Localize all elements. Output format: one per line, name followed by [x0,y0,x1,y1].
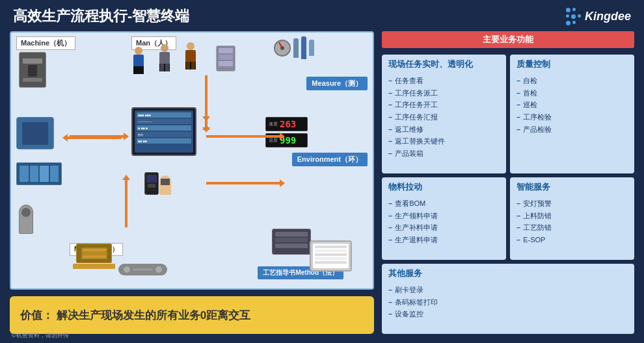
arrow-material-up [125,179,127,227]
right-panel: 主要业务功能 现场任务实时、透明化 任务查看 工序任务派工 工序任务开工 工序任… [382,31,634,334]
tablet-device: ■■■ ■■■ ────── ■ ■■ ■ 数据 ■■ ■■ [131,107,196,156]
onsite-section: 现场任务实时、透明化 任务查看 工序任务派工 工序任务开工 工序任务汇报 返工维… [382,55,506,173]
human-figure-1 [133,47,144,74]
logo-dot [571,14,576,19]
onsite-title: 现场任务实时、透明化 [388,58,500,71]
quality-item-3: 巡检 [517,99,628,111]
logo-icon [566,8,581,25]
human-figure-3 [185,42,196,70]
measure-label: Measure（测） [306,77,368,90]
quality-item-1: 自检 [517,75,628,87]
logo-dot [572,8,576,11]
quality-title: 质量控制 [517,58,628,71]
logo-dot [578,14,581,18]
onsite-item-6: 返工替换关键件 [388,135,500,147]
display-board: 速度 263 温度 999 [265,117,308,172]
measure-devices [274,36,314,59]
material-item-3: 生产补料申请 [388,222,500,234]
material-section: 物料拉动 查看BOM 生产领料申请 生产补料申请 生产退料申请 [382,177,506,260]
page-title: 高效生产流程执行-智慧终端 [13,6,189,26]
smart-title: 智能服务 [517,181,628,194]
human-figure-2 [159,44,170,71]
arrow-left [66,136,122,139]
features-grid: 现场任务实时、透明化 任务查看 工序任务派工 工序任务开工 工序任务汇报 返工维… [382,55,634,334]
onsite-item-7: 产品装箱 [388,147,500,160]
material-title: 物料拉动 [388,181,500,194]
other-title: 其他服务 [388,268,628,281]
board-number-1: 263 [280,119,296,129]
onsite-item-1: 任务查看 [388,75,500,87]
smart-item-2: 上料防错 [517,210,628,222]
material-item-2: 生产领料申请 [388,210,500,222]
value-text: 价值： 解决生产现场发生的所有业务0距离交互 [20,308,250,323]
smart-item-1: 安灯预警 [517,197,628,210]
barcode-scanner-icon [144,172,159,195]
arrow-to-measure [206,135,281,138]
logo-text: Kingdee [585,10,631,23]
smart-item-4: E-SOP [517,234,628,246]
other-item-1: 刷卡登录 [388,284,628,296]
smart-item-3: 工艺防错 [517,222,628,234]
logo-dot [572,21,576,24]
sensor-icon [19,205,33,234]
logo-dot [566,21,570,25]
onsite-item-2: 工序任务派工 [388,87,500,99]
tablet-screen: ■■■ ■■■ ────── ■ ■■ ■ 数据 ■■ ■■ [135,110,193,153]
method-tablet-icon [310,240,352,272]
quality-item-2: 首检 [517,87,628,99]
arrow-man-down [205,75,208,118]
onsite-item-4: 工序任务汇报 [388,111,500,123]
diagram-box: Machine（机） Man（人） Material（料） Measure（测）… [10,31,374,290]
cnc-machine-icon [16,117,54,149]
value-banner: 价值： 解决生产现场发生的所有业务0距离交互 [10,296,374,334]
panel-header: 主要业务功能 [382,31,634,48]
logo-area: Kingdee [566,8,631,25]
material-box-icon [76,244,115,269]
barcode-reader-icon [159,175,171,195]
onsite-item-3: 工序任务开工 [388,99,500,111]
machine-label: Machine（机） [16,36,75,50]
smart-section: 智能服务 安灯预警 上料防错 工艺防错 E-SOP [510,177,634,260]
other-item-2: 条码标签打印 [388,296,628,309]
arrow-to-environment [206,182,281,184]
plc-device-icon [16,162,62,185]
logo-dot [566,8,570,12]
environment-device [272,229,311,255]
material-item-4: 生产退料申请 [388,234,500,246]
quality-section: 质量控制 自检 首检 巡检 工序检验 产品检验 [510,55,634,173]
machine-press-icon [19,52,46,88]
quality-item-5: 产品检验 [517,123,628,136]
other-section: 其他服务 刷卡登录 条码标签打印 设备监控 [382,264,634,334]
main-content: Machine（机） Man（人） Material（料） Measure（测）… [0,31,644,340]
copyright: ©机密资料，请勿外传 [12,331,69,340]
header: 高效生产流程执行-智慧终端 Kingdee [0,0,644,31]
robot-figure [216,45,235,71]
logo-dot [566,14,569,18]
onsite-item-5: 返工维修 [388,123,500,136]
quality-item-4: 工序检验 [517,111,628,123]
conveyor-icon [118,264,167,275]
diagram-area: Machine（机） Man（人） Material（料） Measure（测）… [10,31,374,334]
material-item-1: 查看BOM [388,197,500,210]
other-item-3: 设备监控 [388,308,628,320]
